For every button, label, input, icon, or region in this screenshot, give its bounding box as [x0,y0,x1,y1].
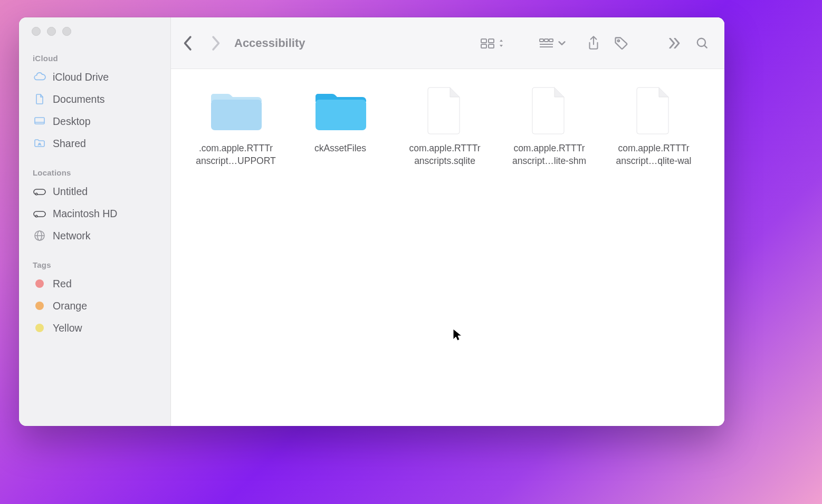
zoom-button[interactable] [62,27,71,36]
folder-item[interactable]: ckAssetFiles [288,85,393,168]
svg-rect-12 [481,44,486,48]
svg-rect-0 [35,118,44,124]
svg-rect-16 [549,39,553,42]
sidebar-item-label: Network [53,230,91,242]
folder-item[interactable]: .com.apple.RTTTranscript…UPPORT [184,85,288,168]
item-label: ckAssetFiles [312,142,368,156]
file-icon [414,85,476,137]
sidebar-item-label: Yellow [53,322,82,334]
file-item[interactable]: com.apple.RTTTranscript…qlite-wal [601,85,706,168]
disk-icon [33,185,46,198]
sidebar-item-label: Untitled [53,186,88,198]
toolbar: Accessibility [171,17,724,69]
sidebar-section-locations: Locations [19,165,170,180]
sidebar-tag-yellow[interactable]: Yellow [19,317,170,339]
desktop-icon [33,114,46,128]
svg-rect-15 [544,39,548,42]
globe-icon [33,229,46,243]
item-label: com.apple.RTTTranscript…qlite-wal [614,142,694,168]
sidebar-item-network[interactable]: Network [19,225,170,247]
sidebar-item-label: Red [53,278,72,290]
folder-icon [205,85,267,137]
sidebar-item-icloud-drive[interactable]: iCloud Drive [19,66,170,88]
file-browser[interactable]: .com.apple.RTTTranscript…UPPORT ckAssetF… [171,69,724,426]
sidebar-item-label: Shared [53,138,86,150]
sidebar-item-label: Macintosh HD [53,208,117,220]
svg-rect-10 [481,39,486,43]
svg-point-19 [618,40,620,42]
sidebar-item-documents[interactable]: Documents [19,88,170,110]
tag-dot-icon [33,299,46,313]
forward-button[interactable] [204,32,227,55]
sidebar-section-icloud: iCloud [19,51,170,66]
share-button[interactable] [582,32,605,55]
overflow-button[interactable] [663,32,686,55]
disk-icon [33,207,46,220]
finder-window: iCloud iCloud Drive Documents Desktop Sh… [19,17,724,426]
sidebar-item-desktop[interactable]: Desktop [19,110,170,132]
group-by-button[interactable] [539,37,566,50]
svg-rect-22 [211,100,262,130]
mouse-cursor [453,328,462,342]
file-icon [518,85,580,137]
tags-button[interactable] [609,32,633,55]
sidebar-item-untitled[interactable]: Untitled [19,180,170,202]
shared-folder-icon [33,137,46,150]
close-button[interactable] [32,27,41,36]
sidebar-item-label: Documents [53,93,105,105]
window-controls [19,27,170,36]
file-item[interactable]: com.apple.RTTTranscript…lite-shm [497,85,601,168]
svg-rect-23 [316,100,366,130]
sidebar-item-shared[interactable]: Shared [19,132,170,154]
tag-dot-icon [33,277,46,290]
search-button[interactable] [691,32,714,55]
minimize-button[interactable] [47,27,56,36]
sidebar-item-label: Orange [53,300,87,312]
item-label: com.apple.RTTTranscripts.sqlite [407,142,482,168]
sidebar-item-macintosh-hd[interactable]: Macintosh HD [19,202,170,225]
svg-rect-11 [489,39,494,43]
sidebar-tag-red[interactable]: Red [19,273,170,295]
svg-rect-13 [489,44,494,48]
sidebar-item-label: iCloud Drive [53,71,109,83]
item-label: .com.apple.RTTTranscript…UPPORT [194,142,278,168]
document-icon [33,92,46,106]
folder-icon [309,85,371,137]
file-item[interactable]: com.apple.RTTTranscripts.sqlite [393,85,497,168]
cloud-icon [33,70,46,84]
svg-rect-14 [540,39,543,42]
sidebar-tag-orange[interactable]: Orange [19,295,170,317]
main-panel: Accessibility [171,17,724,426]
sidebar-item-label: Desktop [53,115,91,128]
sidebar-section-tags: Tags [19,257,170,273]
back-button[interactable] [176,32,199,55]
window-title: Accessibility [234,36,305,50]
tag-dot-icon [33,321,46,335]
svg-line-21 [704,45,707,47]
file-icon [623,85,685,137]
view-mode-button[interactable] [480,37,505,50]
sidebar: iCloud iCloud Drive Documents Desktop Sh… [19,17,171,426]
item-label: com.apple.RTTTranscript…lite-shm [510,142,588,168]
